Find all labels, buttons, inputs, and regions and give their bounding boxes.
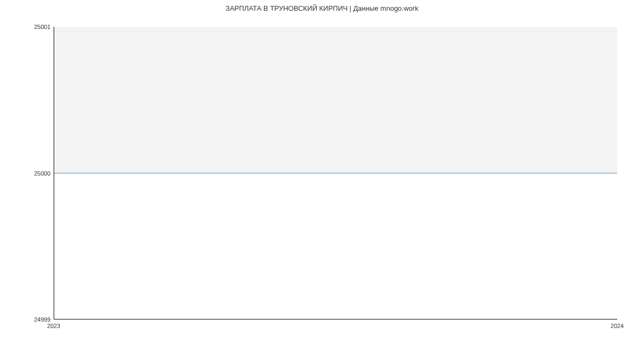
y-tick-label: 25000 bbox=[34, 170, 50, 177]
y-tick-label: 25001 bbox=[34, 24, 50, 30]
x-tick-label: 2023 bbox=[47, 323, 60, 329]
chart-title: ЗАРПЛАТА В ТРУНОВСКИЙ КИРПИЧ | Данные mn… bbox=[0, 0, 644, 12]
plot-area bbox=[54, 27, 617, 319]
data-line bbox=[54, 173, 617, 173]
y-tick-label: 24999 bbox=[34, 316, 50, 323]
area-fill bbox=[54, 27, 617, 173]
chart-container: 25001 25000 24999 2023 2024 bbox=[54, 27, 617, 319]
x-tick-label: 2024 bbox=[611, 323, 624, 329]
